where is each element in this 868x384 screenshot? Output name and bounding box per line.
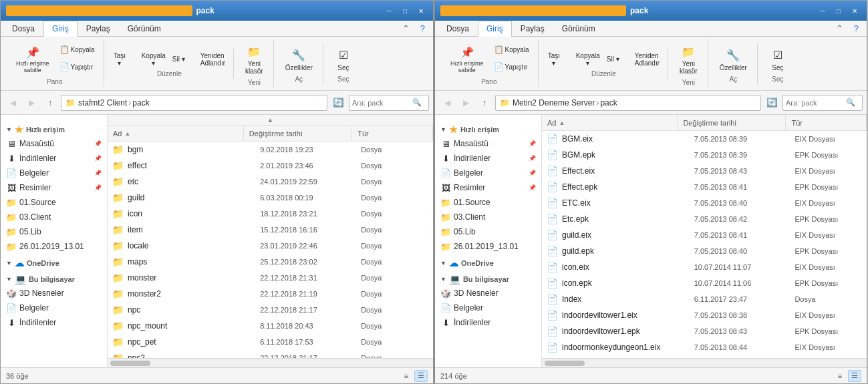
table-row[interactable]: 📄indoormonkeydungeon1.eix7.05.2013 08:44…: [542, 339, 867, 355]
detail-view-btn-left[interactable]: ☰: [414, 370, 428, 382]
table-row[interactable]: 📄icon.eix10.07.2014 11:07EIX Dosyası: [542, 259, 867, 275]
pin-btn-right[interactable]: 📌 Hızlı erişimesabitle: [446, 41, 488, 77]
rename-btn-left[interactable]: YenidenAdlandır: [198, 50, 228, 69]
sidebar-item-docs2-left[interactable]: 📄 Belgeler: [1, 301, 107, 315]
table-row[interactable]: 📁etc24.01.2019 22:59Dosya: [108, 174, 433, 190]
sidebar-item-docs2-right[interactable]: 📄 Belgeler: [435, 301, 541, 315]
sidebar-item-desktop-left[interactable]: 🖥 Masaüstü 📌: [1, 136, 107, 151]
select-btn-right[interactable]: ☑ Seç: [764, 45, 791, 74]
sidebar-item-docs-right[interactable]: 📄 Belgeler 📌: [435, 166, 541, 180]
col-date-header-right[interactable]: Değiştirme tarihi: [678, 115, 786, 130]
move-btn-left[interactable]: Taşı▾: [111, 50, 138, 69]
tab-dosya-right[interactable]: Dosya: [438, 21, 478, 36]
close-button-right[interactable]: ✕: [848, 4, 861, 17]
help-btn-left[interactable]: ?: [415, 21, 430, 36]
collapse-ribbon-right[interactable]: ⌃: [831, 21, 849, 36]
table-row[interactable]: 📁npc222.12.2018 21:17Dosya: [108, 350, 433, 358]
table-row[interactable]: 📄indoordeviltower1.eix7.05.2013 08:38EIX…: [542, 307, 867, 323]
close-button[interactable]: ✕: [414, 4, 428, 17]
help-btn-right[interactable]: ?: [849, 21, 864, 36]
table-row[interactable]: 📄icon.epk10.07.2014 11:06EPK Dosyası: [542, 275, 867, 291]
table-row[interactable]: 📁effect2.01.2019 23:46Dosya: [108, 158, 433, 174]
table-row[interactable]: 📁item15.12.2018 16:16Dosya: [108, 222, 433, 238]
detail-view-btn-right[interactable]: ☰: [848, 370, 861, 382]
sidebar-item-pictures-left[interactable]: 🖼 Resimler 📌: [1, 180, 107, 195]
list-view-btn-right[interactable]: ≡: [833, 370, 847, 382]
sidebar-item-downloads2-left[interactable]: ⬇ İndirilenler: [1, 315, 107, 330]
sidebar-item-date-left[interactable]: 📁 26.01.2019_13.01: [1, 239, 107, 254]
delete-btn-right[interactable]: Sil ▾: [604, 50, 631, 69]
sidebar-item-date-right[interactable]: 📁 26.01.2019_13.01: [435, 239, 541, 254]
col-date-header-left[interactable]: Değiştirme tarihi: [244, 126, 352, 141]
table-row[interactable]: 📁maps25.12.2018 23:02Dosya: [108, 254, 433, 270]
address-path-left[interactable]: 📁 stafmt2 Client › pack: [61, 95, 327, 111]
table-row[interactable]: 📄BGM.eix7.05.2013 08:39EIX Dosyası: [542, 131, 867, 147]
tab-paylas-left[interactable]: Paylaş: [78, 21, 119, 36]
table-row[interactable]: 📄guild.eix7.05.2013 08:41EIX Dosyası: [542, 227, 867, 243]
h-scroll-thumb-right[interactable]: [545, 361, 585, 366]
table-row[interactable]: 📁monster22.12.2018 21:31Dosya: [108, 270, 433, 286]
tab-gorunum-right[interactable]: Görünüm: [553, 21, 604, 36]
sidebar-item-source-left[interactable]: 📁 01.Source: [1, 195, 107, 210]
sidebar-item-desktop-right[interactable]: 🖥 Masaüstü 📌: [435, 136, 541, 151]
maximize-button[interactable]: □: [398, 4, 412, 17]
table-row[interactable]: 📄indoordeviltower1.epk7.05.2013 08:43EPK…: [542, 323, 867, 339]
sidebar-item-lib-right[interactable]: 📁 05.Lib: [435, 224, 541, 239]
move-btn-right[interactable]: Taşı▾: [545, 50, 572, 69]
sidebar-item-client-left[interactable]: 📁 03.Client: [1, 210, 107, 224]
new-folder-btn-left[interactable]: 📁 Yeniklasör: [241, 41, 268, 77]
table-row[interactable]: 📁bgm9.02.2018 19:23Dosya: [108, 142, 433, 158]
h-scroll-thumb-left[interactable]: [110, 361, 150, 366]
col-name-header-left[interactable]: Ad ▲: [108, 126, 244, 141]
copy2-btn-right[interactable]: Kopyala▾: [573, 50, 603, 69]
minimize-button-right[interactable]: ─: [816, 4, 829, 17]
table-row[interactable]: 📁icon18.12.2018 23:21Dosya: [108, 206, 433, 222]
sidebar-item-source-right[interactable]: 📁 01.Source: [435, 195, 541, 210]
copy2-btn-left[interactable]: Kopyala▾: [139, 50, 168, 69]
collapse-ribbon-left[interactable]: ⌃: [397, 21, 415, 36]
paste-btn-left[interactable]: 📄 Yapıştır: [55, 59, 98, 75]
copy-btn-left[interactable]: 📋 Kopyala: [55, 41, 98, 58]
forward-btn-left[interactable]: ▶: [23, 95, 39, 111]
tab-giris-left[interactable]: Giriş: [43, 21, 78, 37]
sidebar-item-docs-left[interactable]: 📄 Belgeler 📌: [1, 166, 107, 180]
tab-gorunum-left[interactable]: Görünüm: [119, 21, 170, 36]
table-row[interactable]: 📄guild.epk7.05.2013 08:40EPK Dosyası: [542, 243, 867, 259]
col-type-header-right[interactable]: Tür: [786, 115, 867, 130]
col-type-header-left[interactable]: Tür: [352, 126, 433, 141]
sidebar-item-downloads2-right[interactable]: ⬇ İndirilenler: [435, 315, 541, 330]
rename-btn-right[interactable]: YenidenAdlandır: [632, 50, 662, 69]
h-scroll-right[interactable]: [542, 358, 867, 367]
search-input-left[interactable]: [352, 99, 412, 107]
sidebar-item-client-right[interactable]: 📁 03.Client: [435, 210, 541, 224]
table-row[interactable]: 📄ETC.eix7.05.2013 08:40EIX Dosyası: [542, 195, 867, 211]
table-row[interactable]: 📄Index6.11.2017 23:47Dosya: [542, 291, 867, 307]
table-row[interactable]: 📁monster222.12.2018 21:19Dosya: [108, 286, 433, 302]
up-btn-right[interactable]: ↑: [476, 95, 492, 111]
forward-btn-right[interactable]: ▶: [458, 95, 474, 111]
back-btn-right[interactable]: ◀: [439, 95, 455, 111]
scroll-up-indicator-left[interactable]: ▲: [108, 115, 433, 126]
refresh-btn-left[interactable]: 🔄: [330, 95, 346, 111]
tab-dosya-left[interactable]: Dosya: [3, 21, 43, 36]
table-row[interactable]: 📄Effect.epk7.05.2013 08:41EPK Dosyası: [542, 179, 867, 195]
pin-btn-left[interactable]: 📌 Hızlı erişimesabitle: [11, 41, 54, 77]
paste-btn-right[interactable]: 📄 Yapıştır: [490, 59, 533, 75]
tab-paylas-right[interactable]: Paylaş: [512, 21, 553, 36]
table-row[interactable]: 📁npc_mount8.11.2018 20:43Dosya: [108, 318, 433, 334]
sidebar-item-downloads-right[interactable]: ⬇ İndirilenler 📌: [435, 151, 541, 166]
sidebar-item-pictures-right[interactable]: 🖼 Resimler 📌: [435, 180, 541, 195]
sidebar-item-3d-left[interactable]: 🎲 3D Nesneler: [1, 286, 107, 301]
table-row[interactable]: 📁npc_pet6.11.2018 17:53Dosya: [108, 334, 433, 350]
table-row[interactable]: 📁locale23.01.2019 22:46Dosya: [108, 238, 433, 254]
copy-btn-right[interactable]: 📋 Kopyala: [490, 41, 533, 58]
new-folder-btn-right[interactable]: 📁 Yeniklasör: [675, 41, 702, 77]
sidebar-item-3d-right[interactable]: 🎲 3D Nesneler: [435, 286, 541, 301]
delete-btn-left[interactable]: Sil ▾: [170, 50, 196, 69]
maximize-button-right[interactable]: □: [832, 4, 845, 17]
sidebar-item-lib-left[interactable]: 📁 05.Lib: [1, 224, 107, 239]
table-row[interactable]: 📄Effect.eix7.05.2013 08:43EIX Dosyası: [542, 163, 867, 179]
table-row[interactable]: 📁guild6.03.2018 00:19Dosya: [108, 190, 433, 206]
up-btn-left[interactable]: ↑: [42, 95, 58, 111]
select-btn-left[interactable]: ☑ Seç: [330, 45, 357, 74]
